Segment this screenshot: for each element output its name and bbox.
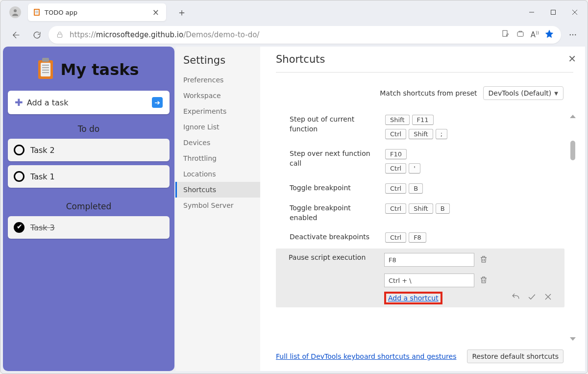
section-todo-label: To do (8, 114, 170, 139)
preset-label: Match shortcuts from preset (380, 89, 477, 97)
svg-point-15 (575, 34, 576, 35)
shortcut-input[interactable]: F8 (384, 253, 474, 267)
scroll-up-icon[interactable] (570, 115, 576, 118)
full-shortcuts-link[interactable]: Full list of DevTools keyboard shortcuts… (276, 352, 456, 360)
undo-icon[interactable] (511, 292, 520, 303)
sidebar-item-workspace[interactable]: Workspace (175, 88, 260, 103)
todo-webapp: My tasks ✚ Add a task ➔ To do Task 2 Tas… (3, 47, 174, 371)
preset-value: DevTools (Default) (489, 89, 552, 97)
shortcut-input[interactable]: Ctrl + \ (384, 274, 474, 287)
kbd-key: Ctrl (385, 232, 406, 243)
edit-actions (511, 292, 553, 303)
svg-rect-5 (35, 13, 38, 13)
svg-rect-12 (517, 32, 523, 36)
unchecked-circle-icon[interactable] (14, 145, 24, 155)
svg-rect-7 (551, 10, 556, 15)
highlight-callout: Add a shortcut (384, 292, 442, 304)
sidebar-item-experiments[interactable]: Experiments (175, 103, 260, 119)
section-completed-label: Completed (8, 192, 170, 216)
shortcut-keys: CtrlF8 (385, 232, 426, 243)
edit-page-icon[interactable] (501, 29, 510, 40)
kbd-key: Ctrl (385, 183, 406, 194)
svg-point-13 (570, 34, 571, 35)
window-close-button[interactable] (564, 5, 586, 20)
browser-window: TODO app × ＋ https://microsoftedge.githu… (0, 0, 588, 374)
kbd-key: F11 (412, 115, 434, 125)
window-minimize-button[interactable] (521, 5, 542, 20)
shortcut-row: Step over next function callF10Ctrl' (277, 144, 564, 178)
kbd-key: F10 (385, 149, 407, 159)
scroll-down-icon[interactable] (570, 337, 576, 341)
task-label: Task 3 (30, 223, 55, 232)
kbd-key: Shift (409, 129, 433, 139)
toolbar: https://microsoftedge.github.io/Demos/de… (0, 24, 588, 46)
task-row[interactable]: Task 3 (8, 216, 170, 239)
devtools-panel: ✕ Settings PreferencesWorkspaceExperimen… (175, 47, 585, 371)
svg-rect-3 (35, 11, 38, 11)
task-row[interactable]: Task 1 (8, 165, 170, 188)
checked-circle-icon[interactable] (14, 222, 24, 233)
cancel-icon[interactable] (543, 292, 553, 303)
kbd-key: Ctrl (385, 163, 406, 174)
submit-arrow-icon[interactable]: ➔ (152, 97, 163, 108)
back-button[interactable] (5, 25, 25, 45)
preset-select[interactable]: DevTools (Default) ▼ (483, 86, 564, 100)
add-shortcut-link[interactable]: Add a shortcut (388, 294, 439, 302)
scrollbar[interactable] (569, 115, 576, 341)
devtools-close-icon[interactable]: ✕ (568, 53, 576, 65)
shortcut-keys: CtrlShiftB (385, 203, 450, 214)
favorite-star-icon[interactable] (545, 29, 554, 40)
svg-point-14 (572, 34, 573, 35)
sidebar-item-devices[interactable]: Devices (175, 135, 260, 150)
panel-title: Shortcuts (276, 53, 573, 73)
tab-close-icon[interactable]: × (150, 7, 161, 17)
scroll-thumb[interactable] (570, 141, 575, 160)
confirm-icon[interactable] (527, 292, 537, 303)
collections-icon[interactable] (516, 29, 525, 40)
sidebar-item-symbol-server[interactable]: Symbol Server (175, 198, 260, 213)
address-bar[interactable]: https://microsoftedge.github.io/Demos/de… (49, 26, 561, 44)
more-menu-button[interactable] (563, 25, 583, 45)
webapp-title: My tasks (60, 60, 139, 79)
settings-heading: Settings (175, 54, 260, 72)
url-text: https://microsoftedge.github.io/Demos/de… (70, 30, 501, 39)
unchecked-circle-icon[interactable] (14, 171, 24, 182)
sidebar-item-locations[interactable]: Locations (175, 166, 260, 182)
sidebar-item-throttling[interactable]: Throttling (175, 150, 260, 166)
task-label: Task 2 (30, 146, 55, 155)
reload-button[interactable] (27, 25, 47, 45)
shortcut-row: Deactivate breakpointsCtrlF8 (277, 227, 564, 248)
new-tab-button[interactable]: ＋ (166, 6, 187, 19)
shortcut-label: Toggle breakpoint (290, 183, 385, 193)
tab-favicon-icon (33, 8, 41, 16)
kbd-key: Ctrl (385, 129, 406, 139)
shortcut-label: Step over next function call (290, 149, 385, 168)
settings-main: Shortcuts Match shortcuts from preset De… (260, 47, 585, 371)
chevron-down-icon: ▼ (554, 91, 558, 96)
task-row[interactable]: Task 2 (8, 139, 170, 161)
add-task-input[interactable]: ✚ Add a task ➔ (8, 91, 170, 114)
shortcut-row: Toggle breakpoint enabledCtrlShiftB (277, 199, 564, 227)
add-task-placeholder: Add a task (27, 98, 69, 107)
window-maximize-button[interactable] (542, 5, 564, 20)
kbd-key: Shift (385, 115, 410, 125)
profile-avatar[interactable] (9, 6, 21, 18)
lock-icon (56, 31, 64, 39)
tab-title: TODO app (45, 9, 150, 16)
shortcut-row: Toggle breakpointCtrlB (277, 178, 564, 199)
shortcut-keys: CtrlB (385, 183, 423, 194)
clipboard-icon (38, 60, 53, 79)
shortcut-label: Step out of current function (290, 115, 385, 134)
restore-defaults-button[interactable]: Restore default shortcuts (467, 349, 564, 363)
read-aloud-icon[interactable]: A)) (531, 30, 539, 39)
delete-shortcut-icon[interactable] (479, 275, 488, 286)
kbd-key: ' (409, 163, 420, 174)
sidebar-item-ignore-list[interactable]: Ignore List (175, 119, 260, 135)
delete-shortcut-icon[interactable] (479, 255, 488, 265)
kbd-key: B (409, 183, 423, 194)
browser-tab[interactable]: TODO app × (28, 3, 166, 21)
kbd-key: Ctrl (385, 203, 406, 214)
shortcut-keys: F10Ctrl' (385, 149, 420, 174)
sidebar-item-shortcuts[interactable]: Shortcuts (175, 182, 260, 198)
sidebar-item-preferences[interactable]: Preferences (175, 72, 260, 88)
